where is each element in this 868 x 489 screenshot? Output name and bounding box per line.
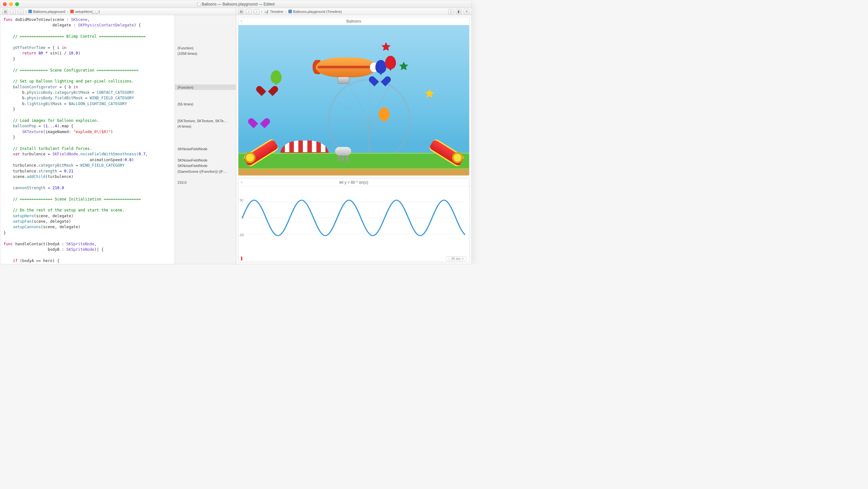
crumb-playground[interactable]: Balloons.playground <box>28 10 65 13</box>
duration-pill[interactable]: – 30 sec + <box>445 256 467 261</box>
duration-value: 30 <box>451 257 455 261</box>
result-row[interactable]: [SKTexture, SKTexture, SKTe… <box>175 118 236 123</box>
y-tick-neg50: -50 <box>239 234 244 237</box>
playground-icon <box>28 10 32 13</box>
jumpbar-left: ▤ ‹ › | Balloons.playground › setupHero(… <box>0 8 236 15</box>
crumb-timeline-file[interactable]: Balloons.playground (Timeline) <box>288 10 342 13</box>
crumb-timeline-label: Timeline <box>270 10 283 13</box>
graph-body[interactable]: 50 0 -50 <box>239 186 469 255</box>
y-tick-0: 0 <box>242 216 244 219</box>
back-button[interactable]: ‹ <box>10 9 16 14</box>
live-view-scene[interactable]: .heart[style*='190px']::before,.heart[st… <box>239 25 469 175</box>
counterpart-button[interactable]: □ <box>448 9 454 14</box>
sine-plot <box>242 189 465 247</box>
heart-blue-icon: .heart[style*='160px']::before,.heart[st… <box>374 77 386 88</box>
assistant-forward-button[interactable]: › <box>254 9 259 14</box>
dirt <box>239 168 469 175</box>
close-icon[interactable]: × <box>240 19 243 24</box>
result-row[interactable]: (1058 times) <box>175 51 236 56</box>
balloon-blue-icon <box>375 60 386 73</box>
result-row[interactable]: (Function) <box>175 45 236 51</box>
heart-purple-icon: .heart[style*='290px']::before,.heart[st… <box>253 119 265 130</box>
results-gutter: (Function) (1058 times) (Function) (55 t… <box>175 15 236 264</box>
result-row[interactable]: (55 times) <box>175 101 236 107</box>
playground-icon <box>288 10 292 13</box>
star-green-icon <box>398 61 409 72</box>
minimize-icon[interactable] <box>9 2 13 6</box>
close-icon[interactable]: × <box>240 180 243 185</box>
result-row[interactable]: SKNoiseFieldNode <box>175 163 236 168</box>
crumb-function[interactable]: setupHero(_:_:) <box>70 10 99 13</box>
document-icon <box>197 2 200 6</box>
result-row[interactable]: (GameScene ((Function)) ((F… <box>175 169 236 174</box>
result-row-selected[interactable]: (Function) <box>175 85 236 90</box>
graph-title: let y = 80 * sin(x) <box>339 180 368 185</box>
result-row[interactable]: SKNoiseFieldNode <box>175 157 236 163</box>
crumb-playground-label: Balloons.playground <box>33 10 65 13</box>
crumb-sep: | <box>26 10 26 13</box>
traffic-lights <box>3 2 19 6</box>
balloon-orange-icon <box>379 108 390 121</box>
jumpbar: ▤ ‹ › | Balloons.playground › setupHero(… <box>0 8 471 15</box>
y-tick-50: 50 <box>240 198 243 202</box>
assistant-panel: × Balloons <box>236 15 471 264</box>
crumb-sep: | <box>261 10 262 13</box>
window-title: Balloons — Balloons.playground — Edited <box>197 2 275 6</box>
chevron-right-icon: › <box>67 10 69 13</box>
assistant-related-button[interactable]: ▤ <box>238 9 244 14</box>
crumb-function-label: setupHero(_:_:) <box>75 10 99 13</box>
zoom-icon[interactable] <box>15 2 19 6</box>
cannon-left-icon <box>243 140 282 162</box>
add-assistant-button[interactable]: ◧ <box>456 9 462 14</box>
result-row[interactable]: 210.0 <box>175 180 236 185</box>
xcode-window: Balloons — Balloons.playground — Edited … <box>0 0 472 264</box>
balloon-red-icon <box>385 56 396 69</box>
swift-icon <box>70 10 74 13</box>
duration-unit: sec <box>456 257 461 261</box>
close-assistant-button[interactable]: ✕ <box>464 9 469 14</box>
timeline-footer: – 30 sec + <box>239 255 469 262</box>
blimp-icon <box>316 57 377 83</box>
main-split: func doDidMoveToView(scene : SKScene, de… <box>0 15 471 264</box>
live-view-header: × Balloons <box>239 18 469 25</box>
result-row[interactable]: SKNoiseFieldNode <box>175 146 236 152</box>
cannon-right-icon <box>426 140 464 162</box>
crumb-timeline-file-label: Balloons.playground (Timeline) <box>293 10 342 13</box>
editor-panel: func doDidMoveToView(scene : SKScene, de… <box>0 15 236 264</box>
forward-button[interactable]: › <box>18 9 24 14</box>
window-title-text: Balloons — Balloons.playground — Edited <box>202 2 275 6</box>
live-view-card: × Balloons <box>238 17 469 176</box>
hero-robot-icon <box>335 147 351 163</box>
titlebar: Balloons — Balloons.playground — Edited <box>0 0 471 8</box>
result-row[interactable]: (4 times) <box>175 123 236 129</box>
assistant-back-button[interactable]: ‹ <box>246 9 252 14</box>
balloon-green-icon <box>271 70 282 84</box>
crumb-timeline[interactable]: 📊 Timeline <box>264 9 283 13</box>
graph-card: × let y = 80 * sin(x) 50 0 -50 <box>238 178 469 262</box>
code-editor[interactable]: func doDidMoveToView(scene : SKScene, de… <box>0 15 175 264</box>
graph-header: × let y = 80 * sin(x) <box>239 179 469 186</box>
chevron-right-icon: › <box>285 10 286 13</box>
jumpbar-right: ▤ ‹ › | 📊 Timeline › Balloons.playground… <box>236 8 471 15</box>
heart-red-icon: .heart[style*='190px']::before,.heart[st… <box>261 86 273 97</box>
related-items-button[interactable]: ▤ <box>2 9 8 14</box>
live-view-title: Balloons <box>346 19 361 24</box>
playhead-icon[interactable] <box>241 256 242 261</box>
star-yellow-icon <box>424 88 435 100</box>
star-red-icon <box>380 41 392 53</box>
close-icon[interactable] <box>3 2 7 6</box>
